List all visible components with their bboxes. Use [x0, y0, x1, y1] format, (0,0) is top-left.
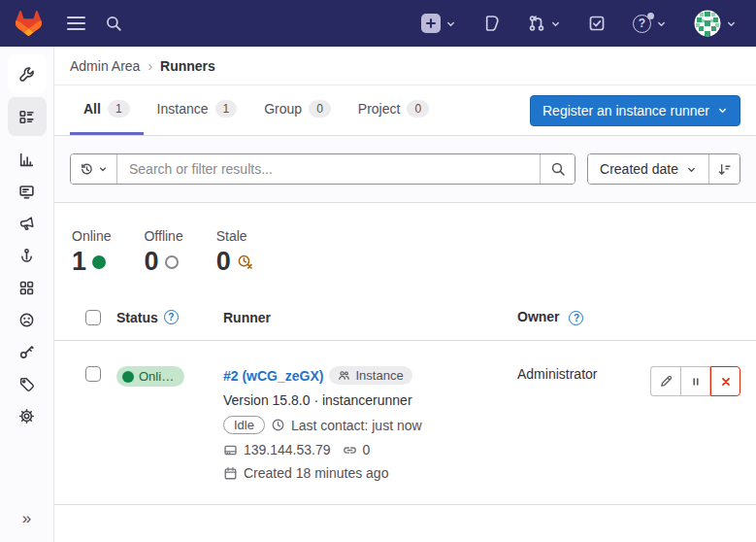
- navbar-right: ?: [417, 6, 740, 41]
- select-all-checkbox[interactable]: [85, 310, 101, 325]
- breadcrumb-separator-icon: ›: [148, 58, 152, 74]
- search-submit-button[interactable]: [540, 154, 575, 184]
- overview-icon: [18, 109, 35, 125]
- ip-address: 139.144.53.79: [244, 442, 331, 457]
- chevron-down-icon: [98, 164, 108, 174]
- row-checkbox[interactable]: [85, 366, 101, 382]
- issues-icon: [483, 15, 501, 32]
- online-dot-icon: [122, 371, 134, 383]
- wrench-icon: [18, 66, 35, 83]
- hook-icon: [18, 248, 35, 264]
- gitlab-home-link[interactable]: [16, 11, 42, 36]
- notification-dot: [647, 13, 654, 19]
- search-history-button[interactable]: [71, 154, 117, 184]
- close-icon: [719, 375, 733, 389]
- created-ago: Created 18 minutes ago: [244, 465, 388, 481]
- runner-actions: [650, 366, 740, 396]
- sort-by-dropdown[interactable]: Created date: [588, 154, 708, 184]
- delete-runner-button[interactable]: [710, 366, 740, 396]
- hamburger-icon: [67, 17, 85, 30]
- sidebar-item-system-hooks[interactable]: [8, 240, 47, 272]
- todos-button[interactable]: [584, 11, 609, 36]
- tab-group[interactable]: Group 0: [250, 85, 345, 135]
- runner-type-tabs: All 1 Instance 1 Group 0 Project 0 Regis…: [54, 85, 756, 136]
- offline-status-icon: [165, 255, 179, 269]
- owner-link[interactable]: Administrator: [517, 366, 597, 382]
- key-icon: [18, 344, 35, 360]
- stat-online: Online 1: [72, 228, 111, 275]
- runners-table-header: Status ? Runner Owner ?: [54, 294, 756, 341]
- last-contact: Last contact: just now: [291, 418, 422, 433]
- sidebar-item-labels[interactable]: [8, 368, 47, 400]
- hamburger-menu-button[interactable]: [63, 13, 89, 34]
- tab-all[interactable]: All 1: [70, 85, 144, 135]
- filter-section: Created date: [54, 136, 756, 203]
- owner-help-icon[interactable]: ?: [569, 311, 583, 325]
- stat-stale: Stale 0: [216, 228, 253, 275]
- user-avatar: [694, 10, 721, 37]
- breadcrumb: Admin Area › Runners: [54, 47, 756, 85]
- frown-face-icon: [18, 312, 35, 328]
- chevron-down-icon: [656, 18, 667, 29]
- history-icon: [80, 162, 94, 177]
- edit-runner-button[interactable]: [650, 366, 680, 396]
- stale-count: 0: [216, 249, 231, 275]
- tab-project-count: 0: [407, 100, 429, 118]
- sidebar-item-admin-area[interactable]: [8, 54, 47, 93]
- merge-requests-dropdown-button[interactable]: [524, 11, 565, 36]
- main-content: Admin Area › Runners All 1 Instance 1 Gr…: [54, 47, 756, 542]
- sidebar-item-settings[interactable]: [8, 400, 47, 432]
- pause-icon: [689, 375, 703, 389]
- offline-count: 0: [144, 249, 158, 275]
- online-status-icon: [92, 255, 106, 269]
- sort-direction-button[interactable]: [708, 154, 740, 184]
- tab-instance[interactable]: Instance 1: [144, 85, 251, 135]
- megaphone-icon: [17, 215, 37, 234]
- sort-descending-icon: [717, 162, 732, 177]
- runner-type-badge: Instance: [329, 366, 411, 385]
- sidebar-item-applications[interactable]: [8, 272, 47, 304]
- sort-control: Created date: [587, 153, 740, 185]
- sidebar-item-abuse-reports[interactable]: [8, 304, 47, 336]
- runner-status-badge: Online: [116, 366, 184, 387]
- search-input[interactable]: [117, 154, 540, 184]
- plus-icon: [421, 14, 441, 33]
- tab-all-count: 1: [108, 100, 130, 118]
- help-icon: ?: [633, 15, 651, 33]
- register-instance-runner-button[interactable]: Register an instance runner: [530, 95, 740, 126]
- runner-link[interactable]: #2 (wCG_zeGX): [223, 368, 323, 384]
- tab-group-count: 0: [309, 100, 331, 118]
- search-icon: [550, 161, 566, 177]
- sidebar-item-messages[interactable]: [8, 208, 47, 240]
- sidebar-item-analytics[interactable]: [8, 144, 47, 176]
- status-help-icon[interactable]: ?: [164, 310, 179, 324]
- gear-icon: [18, 408, 35, 424]
- navbar-search-button[interactable]: [101, 11, 126, 36]
- user-menu-button[interactable]: [690, 6, 740, 41]
- runner-version: Version 15.8.0 · instancerunner: [223, 392, 508, 408]
- sidebar-item-monitoring[interactable]: [8, 176, 47, 208]
- help-dropdown-button[interactable]: ?: [629, 11, 671, 37]
- breadcrumb-admin-area[interactable]: Admin Area: [70, 58, 140, 74]
- calendar-icon: [223, 466, 238, 481]
- runner-stats: Online 1 Offline 0 Stale 0: [54, 203, 756, 294]
- new-dropdown-button[interactable]: [417, 10, 460, 37]
- users-icon: [338, 369, 350, 382]
- stat-offline: Offline 0: [144, 228, 182, 275]
- linked-count: 0: [363, 442, 371, 457]
- top-navbar: ?: [0, 0, 756, 47]
- online-count: 1: [72, 249, 86, 275]
- gitlab-logo-icon: [16, 11, 42, 36]
- navbar-left: [16, 11, 126, 36]
- sidebar-item-overview[interactable]: [8, 97, 47, 136]
- sidebar-item-deploy-keys[interactable]: [8, 336, 47, 368]
- tab-project[interactable]: Project 0: [345, 85, 443, 135]
- stale-clock-icon: [237, 254, 253, 270]
- applications-grid-icon: [18, 280, 35, 296]
- pause-runner-button[interactable]: [680, 366, 710, 396]
- pencil-icon: [659, 374, 674, 389]
- chevron-down-icon: [686, 164, 697, 175]
- issues-button[interactable]: [479, 11, 505, 36]
- tab-instance-count: 1: [215, 100, 238, 118]
- sidebar-expand-button[interactable]: »: [8, 505, 47, 532]
